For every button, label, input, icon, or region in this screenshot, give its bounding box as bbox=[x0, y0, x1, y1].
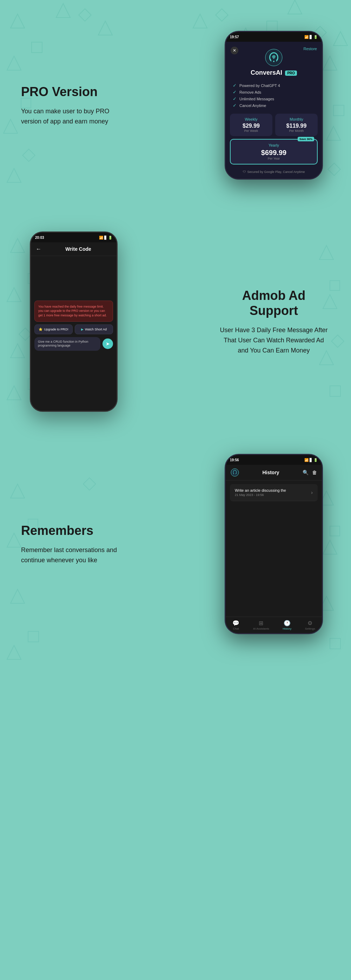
pro-feature-label-3: Unlimited Messages bbox=[239, 97, 274, 101]
admob-title: Admob Ad Support bbox=[218, 288, 330, 318]
remembers-description: Remember last conversations and continue… bbox=[21, 545, 126, 565]
signal-icon: 📶 bbox=[304, 35, 308, 39]
history-body-empty bbox=[226, 505, 322, 596]
history-header: History 🔍 🗑 bbox=[226, 465, 322, 480]
history-status-bar: 19:56 📶 ▊ 🔋 bbox=[226, 455, 322, 465]
yearly-period: Per Year bbox=[234, 157, 313, 160]
pro-app-name-line: ConversAI PRO bbox=[233, 69, 315, 76]
weekly-period: Per Week bbox=[233, 129, 269, 133]
wifi-icon-2: ▊ bbox=[104, 236, 107, 240]
save-badge: Save 36% bbox=[298, 137, 314, 142]
weekly-price-card[interactable]: Weekly $29.99 Per Week bbox=[230, 114, 272, 136]
nav-item-history[interactable]: 🕐 History bbox=[282, 620, 291, 630]
remembers-text: Remembers Remember last conversations an… bbox=[14, 516, 133, 573]
pro-restore-button[interactable]: Restore bbox=[303, 47, 317, 51]
pro-version-description: You can make user to buy PRO version of … bbox=[21, 106, 126, 127]
battery-icon-2: 🔋 bbox=[108, 236, 112, 240]
chevron-right-icon: › bbox=[311, 490, 313, 495]
secure-text: 🛡 Secured by Google Play, Cancel Anytime bbox=[226, 167, 322, 178]
pro-feature-label-1: Powered by ChatGPT 4 bbox=[239, 83, 280, 88]
monthly-amount: $119.99 bbox=[279, 123, 314, 129]
pro-close-button[interactable]: ✕ bbox=[231, 47, 238, 54]
history-item-content: Write an article discussing the 21 May 2… bbox=[235, 488, 286, 497]
pro-app-name: ConversAI bbox=[250, 69, 282, 76]
monthly-price-card[interactable]: Monthly $119.99 Per Month bbox=[275, 114, 317, 136]
history-list: Write an article discussing the 21 May 2… bbox=[226, 480, 322, 505]
history-nav-icon: 🕐 bbox=[284, 620, 290, 627]
bottom-navigation: 💬 Chat ⊞ AI Assistants 🕐 History ⚙ Setti… bbox=[226, 617, 322, 633]
shield-icon: 🛡 bbox=[243, 170, 246, 173]
history-header-icons: 🔍 🗑 bbox=[303, 470, 317, 475]
chat-nav-label: Chat bbox=[233, 627, 239, 630]
pricing-grid: Weekly $29.99 Per Week Monthly $119.99 P… bbox=[226, 114, 322, 164]
yearly-label: Yearly bbox=[234, 143, 313, 147]
send-button[interactable]: ➤ bbox=[102, 339, 113, 349]
watch-short-ad-button[interactable]: ▶ Watch Short Ad bbox=[75, 325, 113, 334]
pro-feature-2: ✓ Remove Ads bbox=[233, 89, 315, 95]
history-status-time: 19:56 bbox=[230, 458, 239, 462]
pro-logo bbox=[265, 49, 282, 66]
search-icon[interactable]: 🔍 bbox=[303, 470, 308, 475]
svg-point-48 bbox=[273, 61, 274, 62]
chat-input-field[interactable]: Give me a CRUD function in Python progra… bbox=[34, 337, 101, 351]
code-header: ← Write Code bbox=[31, 242, 116, 256]
nav-item-ai-assistants[interactable]: ⊞ AI Assistants bbox=[253, 620, 269, 630]
history-item[interactable]: Write an article discussing the 21 May 2… bbox=[230, 484, 317, 501]
ai-nav-icon: ⊞ bbox=[259, 620, 263, 627]
history-screen-title: History bbox=[262, 470, 279, 475]
history-item-date: 21 May 2023 - 19:56 bbox=[235, 493, 286, 497]
code-screen-title: Write Code bbox=[45, 246, 112, 252]
weekly-label: Weekly bbox=[233, 117, 269, 121]
pro-version-phone: 19:57 📶 ▊ 🔋 ✕ Restore bbox=[211, 31, 337, 180]
watch-button-label: Watch Short Ad bbox=[85, 328, 107, 331]
signal-icon-2: 📶 bbox=[99, 236, 103, 240]
history-phone-mockup: 19:56 📶 ▊ 🔋 History 🔍 bbox=[225, 454, 323, 634]
action-buttons: ⭐ Upgrade to PRO! ▶ Watch Short Ad bbox=[34, 325, 113, 334]
history-nav-label: History bbox=[282, 627, 291, 630]
pro-phone-mockup: 19:57 📶 ▊ 🔋 ✕ Restore bbox=[225, 31, 323, 180]
pro-status-icons: 📶 ▊ 🔋 bbox=[304, 35, 317, 39]
limit-warning-message: You have reached the daily free message … bbox=[34, 301, 113, 321]
yearly-amount: $699.99 bbox=[234, 149, 313, 157]
pro-status-bar: 19:57 📶 ▊ 🔋 bbox=[226, 32, 322, 42]
monthly-period: Per Month bbox=[279, 129, 314, 133]
settings-nav-label: Settings bbox=[305, 627, 315, 630]
section-admob: 20:03 📶 ▊ 🔋 ← Write Code You have reache… bbox=[0, 210, 351, 433]
pro-feature-4: ✓ Cancel Anytime bbox=[233, 103, 315, 108]
weekly-amount: $29.99 bbox=[233, 123, 269, 129]
chatgpt-logo-icon bbox=[231, 468, 239, 477]
back-button[interactable]: ← bbox=[36, 246, 41, 252]
pro-feature-1: ✓ Powered by ChatGPT 4 bbox=[233, 83, 315, 88]
yearly-price-card[interactable]: Save 36% Yearly $699.99 Per Year bbox=[230, 139, 317, 164]
pro-feature-3: ✓ Unlimited Messages bbox=[233, 96, 315, 101]
star-icon: ⭐ bbox=[38, 328, 43, 331]
check-icon-3: ✓ bbox=[233, 96, 236, 101]
nav-item-chat[interactable]: 💬 Chat bbox=[232, 620, 239, 630]
history-phone-inner: History 🔍 🗑 Write an article discussing … bbox=[226, 465, 322, 633]
pro-feature-label-2: Remove Ads bbox=[239, 90, 261, 94]
nav-item-settings[interactable]: ⚙ Settings bbox=[305, 620, 315, 630]
admob-phone-mockup: 20:03 📶 ▊ 🔋 ← Write Code You have reache… bbox=[30, 232, 118, 412]
admob-status-time: 20:03 bbox=[35, 236, 44, 240]
upgrade-to-pro-button[interactable]: ⭐ Upgrade to PRO! bbox=[34, 325, 73, 334]
monthly-label: Monthly bbox=[279, 117, 314, 121]
admob-text: Admob Ad Support User Have 3 Daily Free … bbox=[211, 281, 337, 363]
admob-phone-wrapper: 20:03 📶 ▊ 🔋 ← Write Code You have reache… bbox=[14, 232, 133, 412]
code-phone-inner: ← Write Code You have reached the daily … bbox=[31, 242, 116, 411]
code-body: You have reached the daily free message … bbox=[31, 256, 116, 354]
delete-icon[interactable]: 🗑 bbox=[312, 470, 317, 475]
pro-feature-label-4: Cancel Anytime bbox=[239, 103, 266, 108]
ai-nav-label: AI Assistants bbox=[253, 627, 269, 630]
admob-description: User Have 3 Daily Free Message After Tha… bbox=[218, 325, 330, 355]
chat-input-area: Give me a CRUD function in Python progra… bbox=[34, 337, 113, 351]
pro-status-time: 19:57 bbox=[230, 35, 239, 39]
remembers-title: Remembers bbox=[21, 523, 126, 538]
pro-features-list: ✓ Powered by ChatGPT 4 ✓ Remove Ads ✓ Un… bbox=[226, 80, 322, 114]
battery-icon-3: 🔋 bbox=[313, 458, 317, 462]
pro-header: ✕ Restore ConversAI PRO bbox=[226, 42, 322, 80]
signal-icon-3: 📶 bbox=[304, 458, 308, 462]
pro-phone-inner: ✕ Restore ConversAI PRO bbox=[226, 42, 322, 178]
play-icon: ▶ bbox=[81, 328, 83, 331]
check-icon-1: ✓ bbox=[233, 83, 236, 88]
svg-point-49 bbox=[231, 469, 239, 476]
